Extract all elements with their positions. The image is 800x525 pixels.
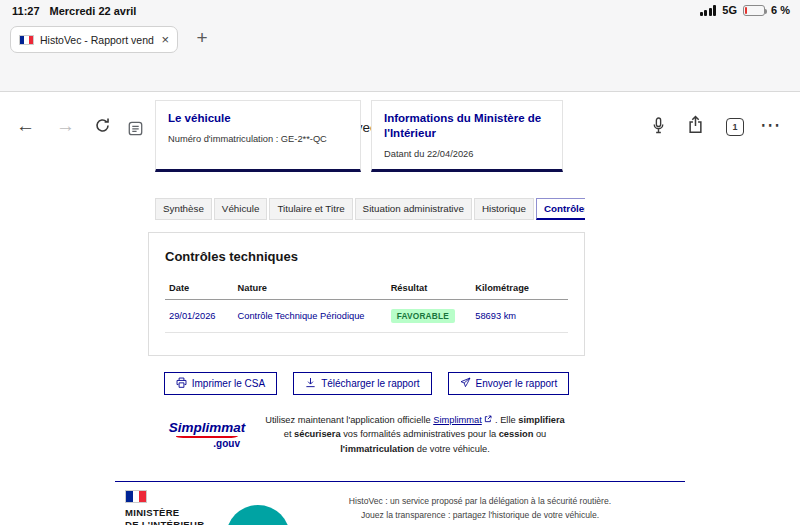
simplimmat-logo-text: Simplimmat [166,420,248,435]
tab-historique[interactable]: Historique [474,198,534,220]
simplimmat-link[interactable]: Simplimmat [433,415,482,425]
french-flag-favicon [19,35,34,45]
new-tab-button[interactable]: + [190,27,214,49]
download-report-label: Télécharger le rapport [321,378,419,389]
tab-situation-administrative[interactable]: Situation administrative [355,198,472,220]
clock: 11:27 [12,5,40,17]
tab-vehicule[interactable]: Véhicule [214,198,268,220]
battery-percent: 6 % [771,4,790,16]
ministry-card-title: Informations du Ministère de l'Intérieur [384,111,550,141]
ministry-card-subtitle: Datant du 22/04/2026 [384,149,550,159]
download-report-button[interactable]: Télécharger le rapport [293,372,431,395]
col-header-kilometrage: Kilométrage [471,277,568,300]
status-bar: 11:27 Mercredi 22 avril 5G 6 % [0,0,800,24]
summary-cards: Le véhicule Numéro d'immatriculation : G… [155,100,585,172]
simplimmat-seg3: et [284,429,294,439]
table-row: 29/01/2026 Contrôle Technique Périodique… [165,299,568,332]
panel-title: Contrôles techniques [165,249,568,264]
simplimmat-seg6: de votre véhicule. [414,444,489,454]
share-icon[interactable] [688,115,703,137]
report-tabs: Synthèse Véhicule Titulaire et Titre Sit… [155,198,585,220]
footer-divider [115,481,685,482]
ministry-card: Informations du Ministère de l'Intérieur… [371,100,563,172]
simplimmat-logo-gouv: .gouv [166,438,248,449]
vehicle-card: Le véhicule Numéro d'immatriculation : G… [155,100,361,172]
col-header-nature: Nature [234,277,387,300]
download-icon [305,377,316,390]
ministere-interieur-logo: MINISTÈRE DE L'INTÉRIEUR [125,490,204,525]
browser-chrome: 11:27 Mercredi 22 avril 5G 6 % HistoVec … [0,0,800,92]
footer-text-line2: Jouez la transparence : partagez l'histo… [330,509,630,523]
date: Mercredi 22 avril [50,5,137,17]
tab-strip: HistoVec - Rapport vend × + [0,26,800,54]
cell-nature: Contrôle Technique Périodique [234,299,387,332]
cell-kilometrage: 58693 km [471,299,568,332]
tab-switcher-button[interactable]: 1 [726,118,744,136]
ministry-name-line1: MINISTÈRE [125,507,204,519]
send-icon [460,377,471,390]
simplimmat-bold4: l'immatriculation [340,444,414,454]
tab-titulaire-et-titre[interactable]: Titulaire et Titre [269,198,352,220]
battery-icon [743,5,765,16]
send-report-label: Envoyer le rapport [476,378,558,389]
print-csa-button[interactable]: Imprimer le CSA [164,372,277,395]
simplimmat-seg5: ou [533,429,546,439]
vehicle-card-title: Le véhicule [168,111,348,126]
browser-tab[interactable]: HistoVec - Rapport vend × [10,26,178,53]
action-buttons: Imprimer le CSA Télécharger le rapport E… [148,372,585,395]
printer-icon [176,377,187,390]
cell-date: 29/01/2026 [165,299,234,332]
footer-text-line1: HistoVec : un service proposé par la dél… [330,495,630,509]
tab-controles-techniques[interactable]: Contrôles techniques [536,198,585,220]
simplimmat-promo: Simplimmat .gouv Utilisez maintenant l'a… [166,413,585,456]
simplimmat-bold1: simplifiera [518,415,565,425]
col-header-resultat: Résultat [387,277,472,300]
send-report-button[interactable]: Envoyer le rapport [448,372,570,395]
histovec-page: { "colors": { "accent": "#000091", "badg… [0,0,800,525]
status-badge: FAVORABLE [391,309,455,323]
cellular-signal-icon [700,5,717,16]
menu-overflow-icon[interactable]: ⋯ [760,114,781,135]
voice-search-icon[interactable] [652,117,665,137]
vehicle-card-subtitle: Numéro d'immatriculation : GE-2**-QC [168,134,348,144]
footer-illustration-circle [226,505,290,525]
simplimmat-seg2: . Elle [495,415,518,425]
controles-table: Date Nature Résultat Kilométrage 29/01/2… [165,277,568,333]
navigation-bar: ← → histovec.interieur.gouv.fr 1 ⋯ [0,54,800,92]
print-csa-label: Imprimer le CSA [192,378,265,389]
simplimmat-bold3: cession [499,429,534,439]
browser-tab-title: HistoVec - Rapport vend [40,34,155,46]
simplimmat-seg4: vos formalités administratives pour la [341,429,499,439]
network-type: 5G [722,4,737,16]
tab-close-icon[interactable]: × [161,33,169,46]
external-link-icon [484,415,495,425]
controles-techniques-panel: Contrôles techniques Date Nature Résulta… [148,232,585,356]
simplimmat-logo: Simplimmat .gouv [166,416,248,453]
col-header-date: Date [165,277,234,300]
footer-text: HistoVec : un service proposé par la dél… [330,495,630,523]
simplimmat-bold2: sécurisera [294,429,341,439]
simplimmat-seg1: Utilisez maintenant l'application offici… [265,415,433,425]
simplimmat-text: Utilisez maintenant l'application offici… [264,413,566,456]
main-content: Le véhicule Numéro d'immatriculation : G… [148,100,585,456]
tab-synthese[interactable]: Synthèse [155,198,212,220]
ministry-name-line2: DE L'INTÉRIEUR [125,519,204,525]
french-flag-icon [125,490,147,503]
